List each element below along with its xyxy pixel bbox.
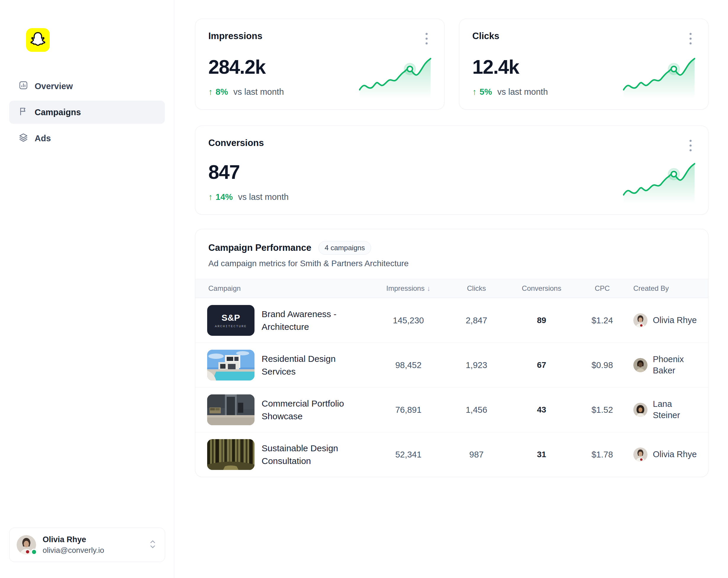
- user-meta: Olivia Rhye olivia@converly.io: [43, 535, 142, 555]
- main-content: Impressions 284.2k ↑ 8% vs last month Cl…: [174, 0, 728, 578]
- column-header-impressions[interactable]: Impressions↓: [373, 284, 444, 293]
- impressions-value: 145,230: [373, 316, 444, 325]
- column-header-conversions: Conversions: [509, 284, 574, 293]
- kebab-menu-icon[interactable]: [420, 31, 432, 46]
- campaign-cell: Sustainable Design Consultation: [195, 439, 373, 470]
- conversions-value: 31: [509, 450, 574, 459]
- stat-delta: ↑ 5% vs last month: [472, 87, 548, 97]
- sidebar-nav: Overview Campaigns Ads: [9, 75, 165, 150]
- cpc-value: $1.78: [574, 450, 630, 459]
- stat-title: Conversions: [208, 138, 695, 148]
- campaign-performance-card: Campaign Performance 4 campaigns Ad camp…: [195, 229, 708, 477]
- column-header-campaign: Campaign: [195, 284, 373, 293]
- column-header-created-by: Created By: [630, 284, 708, 293]
- snapchat-logo[interactable]: [26, 28, 50, 52]
- delta-note: vs last month: [233, 87, 284, 97]
- kebab-menu-icon[interactable]: [684, 138, 696, 153]
- campaign-name: Commercial Portfolio Showcase: [262, 397, 346, 423]
- conversions-value: 89: [509, 316, 574, 325]
- stat-title: Impressions: [208, 31, 431, 42]
- page-title: Campaign Performance: [208, 243, 311, 253]
- user-name: Olivia Rhye: [43, 535, 142, 545]
- stat-card-impressions: Impressions 284.2k ↑ 8% vs last month: [195, 19, 444, 109]
- clicks-value: 987: [444, 450, 509, 459]
- table-row[interactable]: S&P ARCHITECTURE Brand Awareness - Archi…: [195, 298, 708, 343]
- clicks-value: 2,847: [444, 316, 509, 325]
- impressions-value: 76,891: [373, 405, 444, 415]
- campaign-performance-header: Campaign Performance 4 campaigns Ad camp…: [195, 241, 708, 268]
- delta-percent: 8%: [216, 87, 228, 97]
- conversions-value: 43: [509, 405, 574, 414]
- campaign-name: Residential Design Services: [262, 352, 346, 378]
- sparkline-chart: [623, 54, 695, 99]
- sidebar-item-label: Campaigns: [35, 107, 81, 117]
- created-by-cell: Olivia Rhye: [630, 447, 708, 462]
- clicks-value: 1,923: [444, 360, 509, 370]
- column-header-clicks: Clicks: [444, 284, 509, 293]
- avatar: [633, 313, 648, 327]
- campaign-thumbnail-sp-logo: S&P ARCHITECTURE: [207, 305, 255, 336]
- created-by-name: Phoenix Baker: [653, 354, 700, 376]
- sidebar-item-overview[interactable]: Overview: [9, 75, 165, 98]
- sort-desc-icon: ↓: [427, 284, 431, 292]
- table-row[interactable]: Commercial Portfolio Showcase 76,891 1,4…: [195, 387, 708, 432]
- campaign-cell: S&P ARCHITECTURE Brand Awareness - Archi…: [195, 305, 373, 336]
- campaign-cell: Residential Design Services: [195, 350, 373, 380]
- app-root: Overview Campaigns Ads: [0, 0, 728, 578]
- sidebar-item-label: Overview: [35, 81, 73, 91]
- cpc-value: $1.52: [574, 405, 630, 415]
- delta-note: vs last month: [238, 192, 289, 202]
- campaign-count-badge: 4 campaigns: [318, 241, 371, 255]
- stat-card-row: Impressions 284.2k ↑ 8% vs last month Cl…: [195, 19, 708, 109]
- snapchat-ghost-icon: [29, 31, 47, 49]
- chevron-updown-icon[interactable]: [149, 539, 157, 550]
- stat-card-conversions: Conversions 847 ↑ 14% vs last month: [195, 126, 708, 215]
- created-by-cell: Olivia Rhye: [630, 313, 708, 327]
- created-by-name: Olivia Rhye: [653, 315, 697, 326]
- stat-title: Clicks: [472, 31, 695, 42]
- campaign-thumbnail-house: [207, 350, 255, 380]
- created-by-name: Lana Steiner: [653, 399, 700, 421]
- user-card[interactable]: Olivia Rhye olivia@converly.io: [9, 528, 165, 562]
- campaign-thumbnail-forest: [207, 439, 255, 470]
- bar-chart-square-icon: [19, 80, 28, 92]
- avatar: [17, 535, 36, 555]
- arrow-up-icon: ↑: [472, 87, 477, 97]
- kebab-menu-icon[interactable]: [684, 31, 696, 46]
- stat-value: 847: [208, 161, 695, 183]
- sparkline-chart: [623, 159, 695, 204]
- table-header: Campaign Impressions↓ Clicks Conversions…: [195, 279, 708, 298]
- column-header-cpc: CPC: [574, 284, 630, 293]
- delta-note: vs last month: [497, 87, 548, 97]
- sidebar: Overview Campaigns Ads: [0, 0, 174, 578]
- cpc-value: $0.98: [574, 360, 630, 370]
- flag-icon: [19, 107, 28, 118]
- user-email: olivia@converly.io: [43, 546, 142, 555]
- stat-card-clicks: Clicks 12.4k ↑ 5% vs last month: [459, 19, 708, 109]
- table-row[interactable]: Residential Design Services 98,452 1,923…: [195, 343, 708, 387]
- arrow-up-icon: ↑: [208, 192, 213, 202]
- avatar: [633, 447, 648, 462]
- sidebar-item-ads[interactable]: Ads: [9, 127, 165, 150]
- online-status-dot: [31, 549, 37, 555]
- campaign-thumbnail-interior: [207, 395, 255, 425]
- stat-delta: ↑ 14% vs last month: [208, 192, 289, 202]
- table-row[interactable]: Sustainable Design Consultation 52,341 9…: [195, 432, 708, 477]
- layers-icon: [19, 133, 28, 144]
- conversions-value: 67: [509, 360, 574, 370]
- sidebar-item-label: Ads: [35, 133, 51, 143]
- clicks-value: 1,456: [444, 405, 509, 415]
- delta-percent: 14%: [216, 192, 233, 202]
- impressions-value: 52,341: [373, 450, 444, 459]
- campaign-cell: Commercial Portfolio Showcase: [195, 395, 373, 425]
- arrow-up-icon: ↑: [208, 87, 213, 97]
- stat-delta: ↑ 8% vs last month: [208, 87, 284, 97]
- delta-percent: 5%: [480, 87, 492, 97]
- sidebar-item-campaigns[interactable]: Campaigns: [9, 101, 165, 124]
- campaign-performance-subtitle: Ad campaign metrics for Smith & Partners…: [208, 259, 695, 268]
- avatar: [633, 358, 648, 372]
- avatar: [633, 403, 648, 417]
- impressions-value: 98,452: [373, 360, 444, 370]
- created-by-cell: Phoenix Baker: [630, 354, 708, 376]
- created-by-name: Olivia Rhye: [653, 449, 697, 460]
